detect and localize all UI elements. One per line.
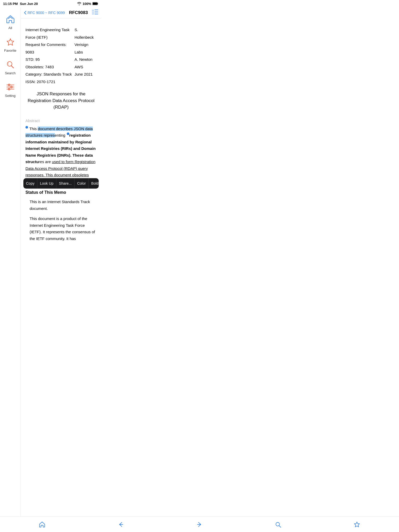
battery-icon	[92, 2, 98, 5]
back-button[interactable]: RFC 9000 ~ RFC 9099	[24, 11, 65, 15]
svg-rect-1	[93, 3, 97, 5]
sidebar-setting-label: Setting	[5, 94, 15, 98]
sidebar-item-favorite[interactable]: Favorite	[0, 32, 21, 55]
lookup-button[interactable]: Look Up	[37, 178, 56, 189]
bottom-home-icon	[38, 521, 46, 528]
star-icon	[5, 36, 16, 48]
rfc-issn: ISSN: 2070-1721	[25, 78, 75, 86]
app-container: All Favorite Search	[0, 7, 101, 532]
rfc-info-table: Internet Engineering Task Force (IETF) S…	[25, 26, 97, 85]
sidebar-favorite-label: Favorite	[4, 49, 16, 52]
memo-para1: This is an Internet Standards Track docu…	[30, 198, 97, 212]
abstract-label: Abstract	[25, 118, 97, 123]
status-memo-heading: Status of This Memo	[25, 190, 97, 195]
selection-handle-right	[67, 132, 69, 135]
svg-rect-14	[92, 13, 94, 15]
bottom-nav	[21, 516, 101, 532]
status-bar: 11:15 PM Sun Jun 20 100%	[0, 0, 101, 7]
sidebar-item-setting[interactable]: Setting	[0, 78, 21, 100]
nav-title: RFC9083	[69, 10, 88, 15]
status-time: 11:15 PM	[3, 2, 18, 6]
selection-handle-left	[25, 126, 28, 129]
rfc-author4: AWS	[75, 63, 97, 71]
battery-level: 100%	[83, 2, 91, 6]
rfc-category: Category: Standards Track	[25, 71, 75, 78]
bottom-home-button[interactable]	[36, 519, 49, 530]
content-wrapper: RFC 9000 ~ RFC 9099 RFC9083	[21, 7, 101, 532]
svg-rect-12	[92, 11, 94, 13]
search-icon	[5, 59, 16, 70]
rfc-std: STD: 95	[25, 56, 75, 63]
svg-rect-13	[95, 12, 98, 12]
rfc-author2: Verisign Labs	[75, 41, 97, 56]
svg-rect-15	[95, 14, 98, 14]
svg-rect-10	[92, 10, 94, 11]
rfc-info-section: Internet Engineering Task Force (IETF) S…	[25, 26, 97, 85]
rfc-obsoletes: Obsoletes: 7483	[25, 63, 75, 71]
settings-icon	[5, 81, 16, 93]
rfc-author1: S. Hollenbeck	[75, 26, 97, 41]
wifi-icon	[77, 2, 81, 5]
rfc-author3: A. Newton	[75, 56, 97, 63]
sidebar-item-all[interactable]: All	[0, 10, 21, 32]
rfc-date: June 2021	[75, 71, 97, 78]
context-toolbar: Copy Look Up Share... Color Bold Italic …	[23, 178, 99, 189]
content-area[interactable]: Internet Engineering Task Force (IETF) S…	[21, 18, 101, 532]
chevron-left-icon	[24, 11, 26, 15]
status-memo-section: Status of This Memo This is an Internet …	[25, 190, 97, 242]
color-button[interactable]: Color	[75, 178, 89, 189]
home-icon	[5, 14, 16, 25]
sidebar: All Favorite Search	[0, 7, 21, 532]
list-view-button[interactable]	[92, 9, 98, 16]
svg-rect-11	[95, 10, 98, 10]
memo-para2: This document is a product of the Intern…	[30, 215, 97, 242]
sidebar-all-label: All	[8, 26, 12, 30]
sidebar-search-label: Search	[5, 71, 16, 75]
copy-button[interactable]: Copy	[23, 178, 37, 189]
list-icon	[92, 9, 98, 15]
document-title: JSON Responses for the Registration Data…	[25, 91, 97, 111]
abstract-paragraph[interactable]: This document describes JSON data struct…	[25, 125, 97, 185]
svg-line-3	[11, 66, 14, 68]
status-date: Sun Jun 20	[20, 2, 38, 6]
back-label: RFC 9000 ~ RFC 9099	[28, 11, 65, 15]
abstract-part1: This	[29, 127, 38, 131]
top-nav: RFC 9000 ~ RFC 9099 RFC9083	[21, 7, 101, 18]
rfc-org: Internet Engineering Task Force (IETF)	[25, 26, 75, 41]
status-icons: 100%	[77, 2, 98, 6]
abstract-part2: enting	[55, 133, 66, 137]
bold-button[interactable]: Bold	[89, 178, 99, 189]
sidebar-item-search[interactable]: Search	[0, 55, 21, 78]
rfc-request: Request for Comments: 9083	[25, 41, 75, 56]
share-button[interactable]: Share...	[56, 178, 75, 189]
